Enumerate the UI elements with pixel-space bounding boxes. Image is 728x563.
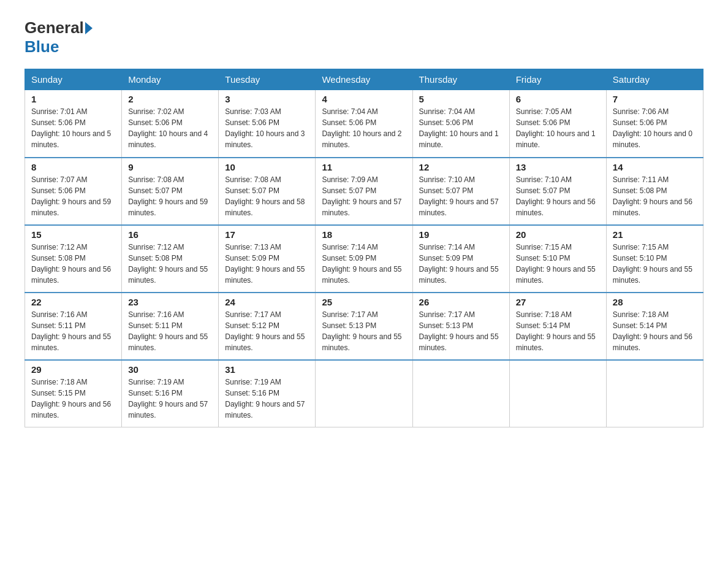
day-number: 17 xyxy=(225,229,309,240)
calendar-cell: 7 Sunrise: 7:06 AMSunset: 5:06 PMDayligh… xyxy=(606,90,703,158)
day-header-friday: Friday xyxy=(509,69,606,90)
day-info: Sunrise: 7:17 AMSunset: 5:13 PMDaylight:… xyxy=(322,310,401,352)
day-number: 2 xyxy=(128,94,212,104)
page-header: General Blue xyxy=(25,18,703,56)
calendar-cell: 18 Sunrise: 7:14 AMSunset: 5:09 PMDaylig… xyxy=(316,225,412,293)
calendar-cell xyxy=(509,360,606,427)
calendar-cell: 3 Sunrise: 7:03 AMSunset: 5:06 PMDayligh… xyxy=(219,90,316,158)
day-number: 31 xyxy=(225,364,309,375)
day-number: 25 xyxy=(322,297,406,307)
day-info: Sunrise: 7:04 AMSunset: 5:06 PMDaylight:… xyxy=(419,107,499,149)
day-number: 9 xyxy=(128,162,212,172)
calendar-cell: 17 Sunrise: 7:13 AMSunset: 5:09 PMDaylig… xyxy=(219,225,316,293)
day-number: 8 xyxy=(31,162,115,172)
day-info: Sunrise: 7:17 AMSunset: 5:12 PMDaylight:… xyxy=(225,310,305,352)
day-header-saturday: Saturday xyxy=(606,69,703,90)
day-info: Sunrise: 7:08 AMSunset: 5:07 PMDaylight:… xyxy=(225,175,305,217)
day-info: Sunrise: 7:02 AMSunset: 5:06 PMDaylight:… xyxy=(128,107,208,149)
day-info: Sunrise: 7:18 AMSunset: 5:15 PMDaylight:… xyxy=(31,378,111,419)
calendar-week-2: 8 Sunrise: 7:07 AMSunset: 5:06 PMDayligh… xyxy=(25,158,703,225)
calendar-cell: 21 Sunrise: 7:15 AMSunset: 5:10 PMDaylig… xyxy=(606,225,703,293)
day-info: Sunrise: 7:13 AMSunset: 5:09 PMDaylight:… xyxy=(225,243,305,285)
calendar-cell: 12 Sunrise: 7:10 AMSunset: 5:07 PMDaylig… xyxy=(412,158,509,225)
day-header-tuesday: Tuesday xyxy=(219,69,316,90)
calendar-cell: 8 Sunrise: 7:07 AMSunset: 5:06 PMDayligh… xyxy=(25,158,122,225)
day-number: 7 xyxy=(613,94,697,104)
day-number: 18 xyxy=(322,229,406,240)
day-number: 30 xyxy=(128,364,212,375)
calendar-cell: 14 Sunrise: 7:11 AMSunset: 5:08 PMDaylig… xyxy=(606,158,703,225)
calendar-cell: 25 Sunrise: 7:17 AMSunset: 5:13 PMDaylig… xyxy=(316,293,412,360)
day-number: 13 xyxy=(516,162,600,172)
calendar-cell: 6 Sunrise: 7:05 AMSunset: 5:06 PMDayligh… xyxy=(509,90,606,158)
day-number: 21 xyxy=(613,229,697,240)
day-info: Sunrise: 7:04 AMSunset: 5:06 PMDaylight:… xyxy=(322,107,401,149)
day-number: 29 xyxy=(31,364,115,375)
day-number: 26 xyxy=(419,297,503,307)
header-row: SundayMondayTuesdayWednesdayThursdayFrid… xyxy=(25,69,703,90)
day-header-wednesday: Wednesday xyxy=(316,69,412,90)
logo-general-text: General xyxy=(25,18,84,37)
calendar-week-3: 15 Sunrise: 7:12 AMSunset: 5:08 PMDaylig… xyxy=(25,225,703,293)
day-info: Sunrise: 7:17 AMSunset: 5:13 PMDaylight:… xyxy=(419,310,499,352)
day-info: Sunrise: 7:08 AMSunset: 5:07 PMDaylight:… xyxy=(128,175,208,217)
day-info: Sunrise: 7:11 AMSunset: 5:08 PMDaylight:… xyxy=(613,175,692,217)
day-number: 24 xyxy=(225,297,309,307)
day-number: 15 xyxy=(31,229,115,240)
day-info: Sunrise: 7:18 AMSunset: 5:14 PMDaylight:… xyxy=(613,310,692,352)
day-info: Sunrise: 7:16 AMSunset: 5:11 PMDaylight:… xyxy=(31,310,111,352)
day-header-monday: Monday xyxy=(122,69,219,90)
calendar-table: SundayMondayTuesdayWednesdayThursdayFrid… xyxy=(25,69,703,427)
day-number: 10 xyxy=(225,162,309,172)
calendar-cell: 26 Sunrise: 7:17 AMSunset: 5:13 PMDaylig… xyxy=(412,293,509,360)
calendar-cell: 22 Sunrise: 7:16 AMSunset: 5:11 PMDaylig… xyxy=(25,293,122,360)
day-info: Sunrise: 7:15 AMSunset: 5:10 PMDaylight:… xyxy=(516,243,596,285)
day-info: Sunrise: 7:19 AMSunset: 5:16 PMDaylight:… xyxy=(225,378,305,419)
day-info: Sunrise: 7:06 AMSunset: 5:06 PMDaylight:… xyxy=(613,107,692,149)
day-number: 11 xyxy=(322,162,406,172)
calendar-cell: 11 Sunrise: 7:09 AMSunset: 5:07 PMDaylig… xyxy=(316,158,412,225)
calendar-cell: 10 Sunrise: 7:08 AMSunset: 5:07 PMDaylig… xyxy=(219,158,316,225)
day-number: 19 xyxy=(419,229,503,240)
calendar-cell xyxy=(316,360,412,427)
day-header-thursday: Thursday xyxy=(412,69,509,90)
day-info: Sunrise: 7:14 AMSunset: 5:09 PMDaylight:… xyxy=(419,243,499,285)
calendar-cell: 19 Sunrise: 7:14 AMSunset: 5:09 PMDaylig… xyxy=(412,225,509,293)
day-info: Sunrise: 7:07 AMSunset: 5:06 PMDaylight:… xyxy=(31,175,111,217)
calendar-cell: 23 Sunrise: 7:16 AMSunset: 5:11 PMDaylig… xyxy=(122,293,219,360)
calendar-cell xyxy=(412,360,509,427)
day-number: 14 xyxy=(613,162,697,172)
day-info: Sunrise: 7:12 AMSunset: 5:08 PMDaylight:… xyxy=(128,243,208,285)
day-info: Sunrise: 7:18 AMSunset: 5:14 PMDaylight:… xyxy=(516,310,596,352)
day-header-sunday: Sunday xyxy=(25,69,122,90)
logo: General Blue xyxy=(25,18,94,56)
day-number: 6 xyxy=(516,94,600,104)
logo-blue-text: Blue xyxy=(25,37,59,56)
day-info: Sunrise: 7:10 AMSunset: 5:07 PMDaylight:… xyxy=(419,175,499,217)
day-number: 23 xyxy=(128,297,212,307)
calendar-cell: 27 Sunrise: 7:18 AMSunset: 5:14 PMDaylig… xyxy=(509,293,606,360)
calendar-cell: 29 Sunrise: 7:18 AMSunset: 5:15 PMDaylig… xyxy=(25,360,122,427)
calendar-cell: 16 Sunrise: 7:12 AMSunset: 5:08 PMDaylig… xyxy=(122,225,219,293)
day-info: Sunrise: 7:01 AMSunset: 5:06 PMDaylight:… xyxy=(31,107,111,149)
day-number: 20 xyxy=(516,229,600,240)
day-number: 4 xyxy=(322,94,406,104)
calendar-cell: 1 Sunrise: 7:01 AMSunset: 5:06 PMDayligh… xyxy=(25,90,122,158)
calendar-week-1: 1 Sunrise: 7:01 AMSunset: 5:06 PMDayligh… xyxy=(25,90,703,158)
day-number: 12 xyxy=(419,162,503,172)
day-number: 3 xyxy=(225,94,309,104)
calendar-cell: 2 Sunrise: 7:02 AMSunset: 5:06 PMDayligh… xyxy=(122,90,219,158)
day-number: 16 xyxy=(128,229,212,240)
calendar-cell: 30 Sunrise: 7:19 AMSunset: 5:16 PMDaylig… xyxy=(122,360,219,427)
calendar-cell xyxy=(606,360,703,427)
calendar-cell: 15 Sunrise: 7:12 AMSunset: 5:08 PMDaylig… xyxy=(25,225,122,293)
day-number: 1 xyxy=(31,94,115,104)
day-info: Sunrise: 7:10 AMSunset: 5:07 PMDaylight:… xyxy=(516,175,596,217)
day-info: Sunrise: 7:03 AMSunset: 5:06 PMDaylight:… xyxy=(225,107,305,149)
calendar-cell: 9 Sunrise: 7:08 AMSunset: 5:07 PMDayligh… xyxy=(122,158,219,225)
calendar-cell: 13 Sunrise: 7:10 AMSunset: 5:07 PMDaylig… xyxy=(509,158,606,225)
day-info: Sunrise: 7:05 AMSunset: 5:06 PMDaylight:… xyxy=(516,107,596,149)
calendar-cell: 4 Sunrise: 7:04 AMSunset: 5:06 PMDayligh… xyxy=(316,90,412,158)
calendar-week-5: 29 Sunrise: 7:18 AMSunset: 5:15 PMDaylig… xyxy=(25,360,703,427)
calendar-cell: 24 Sunrise: 7:17 AMSunset: 5:12 PMDaylig… xyxy=(219,293,316,360)
